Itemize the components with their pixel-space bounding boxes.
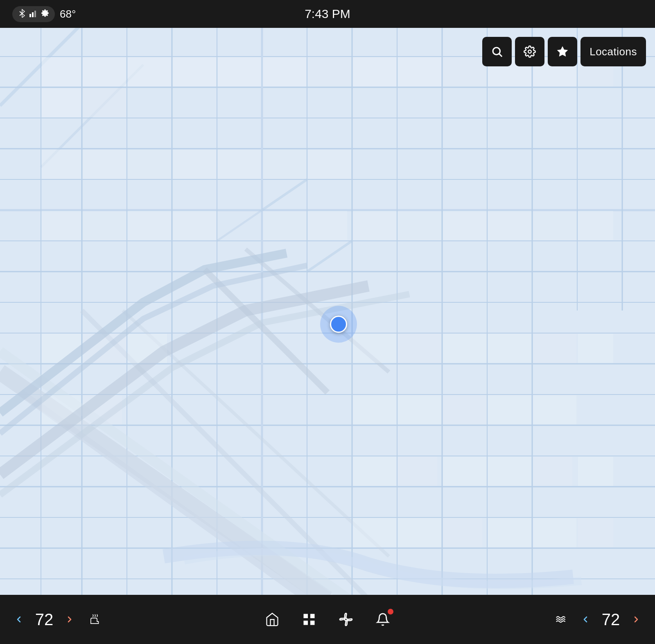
- notification-badge: [388, 609, 393, 615]
- svg-rect-119: [578, 518, 613, 547]
- svg-rect-83: [173, 211, 216, 240]
- svg-point-125: [528, 50, 531, 53]
- svg-rect-98: [488, 334, 531, 363]
- svg-rect-85: [308, 211, 347, 240]
- svg-rect-90: [533, 211, 576, 240]
- status-bar: 68° 7:43 PM: [0, 0, 655, 28]
- svg-rect-75: [128, 150, 171, 179]
- svg-rect-103: [353, 395, 396, 424]
- chevron-right-icon: [65, 615, 75, 624]
- svg-rect-79: [308, 150, 351, 179]
- notification-button[interactable]: [370, 607, 395, 632]
- bottom-bar: 72: [0, 595, 655, 644]
- svg-rect-84: [263, 211, 306, 240]
- svg-rect-67: [353, 57, 396, 86]
- svg-rect-130: [310, 621, 315, 625]
- apps-button[interactable]: [297, 607, 321, 632]
- status-left: 68°: [12, 6, 76, 22]
- current-location-marker: [320, 306, 357, 343]
- svg-rect-89: [488, 211, 531, 240]
- right-temp-decrease-button[interactable]: [575, 609, 596, 630]
- svg-rect-110: [443, 457, 486, 486]
- svg-rect-97: [443, 334, 486, 363]
- svg-rect-59: [83, 57, 126, 86]
- svg-rect-116: [443, 518, 482, 547]
- bell-icon: [376, 612, 390, 626]
- grid-icon: [302, 612, 316, 627]
- chevron-left-icon: [14, 615, 24, 624]
- svg-rect-105: [443, 395, 486, 424]
- right-temp-increase-button[interactable]: [626, 609, 647, 630]
- svg-rect-68: [398, 57, 441, 86]
- left-temp-increase-button[interactable]: [59, 609, 80, 630]
- svg-rect-115: [398, 518, 441, 547]
- svg-rect-63: [42, 88, 81, 117]
- left-heat-button[interactable]: [83, 607, 107, 632]
- settings-icon: [524, 45, 536, 58]
- center-nav-icons: [107, 607, 548, 632]
- right-chevron-right-icon: [631, 615, 641, 624]
- locations-label: Locations: [590, 45, 637, 58]
- map-toolbar: Locations: [482, 37, 646, 66]
- svg-rect-65: [263, 57, 306, 86]
- svg-rect-113: [578, 457, 613, 486]
- right-temperature-value: 72: [599, 610, 623, 629]
- bluetooth-icon: [18, 9, 26, 20]
- svg-rect-104: [398, 395, 441, 424]
- right-temp-section: 72: [548, 607, 647, 632]
- svg-rect-69: [443, 57, 486, 86]
- svg-rect-108: [353, 457, 396, 486]
- favorites-button[interactable]: [548, 37, 577, 66]
- svg-rect-61: [173, 57, 216, 86]
- right-heat-button[interactable]: [548, 607, 572, 632]
- svg-rect-107: [533, 395, 576, 424]
- left-temp-section: 72: [8, 607, 107, 632]
- svg-rect-1: [32, 12, 34, 17]
- locations-button[interactable]: Locations: [580, 37, 646, 66]
- svg-rect-58: [42, 57, 81, 86]
- right-chevron-left-icon: [580, 615, 590, 624]
- svg-rect-86: [353, 211, 396, 240]
- svg-rect-76: [173, 150, 216, 179]
- svg-rect-106: [488, 395, 531, 424]
- svg-rect-118: [533, 518, 576, 547]
- svg-rect-80: [42, 211, 81, 240]
- svg-line-124: [499, 54, 502, 57]
- settings-button[interactable]: [515, 37, 544, 66]
- svg-rect-73: [42, 150, 81, 179]
- fan-icon: [339, 612, 353, 627]
- clock-display: 7:43 PM: [305, 7, 350, 21]
- left-temp-decrease-button[interactable]: [8, 609, 29, 630]
- gear-icon: [41, 9, 49, 19]
- svg-rect-96: [398, 334, 441, 363]
- search-icon: [491, 45, 503, 58]
- location-dot: [330, 316, 347, 333]
- svg-rect-99: [533, 334, 576, 363]
- svg-rect-128: [310, 614, 315, 619]
- svg-rect-95: [353, 334, 396, 363]
- svg-rect-77: [218, 150, 261, 179]
- svg-rect-0: [29, 14, 31, 17]
- fan-button[interactable]: [334, 607, 358, 632]
- svg-rect-88: [443, 211, 486, 240]
- svg-marker-126: [557, 46, 568, 57]
- svg-rect-81: [83, 211, 126, 240]
- svg-rect-87: [398, 211, 441, 240]
- svg-rect-2: [34, 11, 36, 17]
- svg-rect-111: [488, 457, 531, 486]
- seat-heat-left-icon: [88, 612, 102, 626]
- status-icons: [12, 6, 55, 22]
- svg-rect-74: [83, 150, 126, 179]
- seat-heat-right-icon: [553, 612, 567, 626]
- map-container[interactable]: Locations: [0, 28, 655, 595]
- svg-rect-117: [488, 518, 531, 547]
- signal-icon: [29, 9, 38, 19]
- star-icon: [556, 45, 569, 58]
- svg-rect-62: [218, 57, 261, 86]
- svg-rect-114: [353, 518, 396, 547]
- home-button[interactable]: [260, 607, 285, 632]
- svg-rect-129: [304, 621, 308, 625]
- search-button[interactable]: [482, 37, 512, 66]
- svg-rect-100: [578, 334, 613, 363]
- left-temperature-value: 72: [32, 610, 56, 629]
